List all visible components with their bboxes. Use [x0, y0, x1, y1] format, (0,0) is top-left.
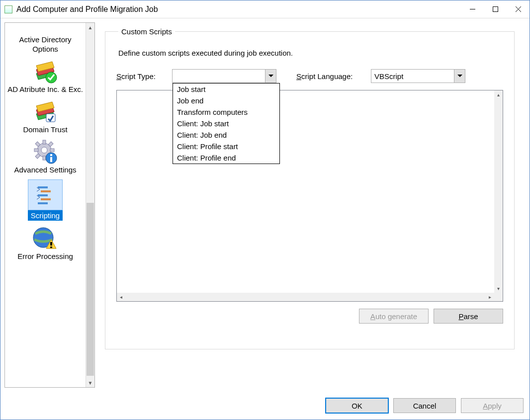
- svg-rect-26: [50, 247, 52, 248]
- sidebar-label: Domain Trust: [21, 125, 69, 134]
- maximize-icon: [493, 6, 498, 12]
- auto-generate-button: Auto generate: [359, 309, 429, 324]
- script-type-label: Script Type:: [116, 72, 172, 81]
- apply-button: Apply: [461, 398, 524, 413]
- sidebar-item-scripting[interactable]: Scripting: [5, 177, 86, 224]
- sidebar-list: Active Directory Options: [5, 23, 86, 387]
- dropdown-option[interactable]: Transform computers: [173, 106, 279, 118]
- group-legend: Custom Scripts: [118, 27, 175, 36]
- sidebar-item-error-processing[interactable]: Error Processing: [5, 224, 86, 264]
- svg-rect-0: [493, 7, 498, 12]
- svg-rect-21: [38, 194, 48, 196]
- svg-rect-8: [43, 156, 46, 160]
- scroll-down-icon[interactable]: ▾: [494, 284, 503, 293]
- dropdown-option[interactable]: Client: Profile end: [173, 152, 279, 164]
- scroll-up-icon[interactable]: ▲: [86, 23, 94, 32]
- parse-button[interactable]: Parse: [434, 309, 503, 324]
- sidebar-label: AD Atribute Inc. & Exc.: [5, 84, 85, 94]
- scroll-up-icon[interactable]: ▴: [494, 90, 503, 99]
- books-check-icon: [31, 59, 59, 84]
- sidebar-label: Advanced Settings: [12, 165, 78, 174]
- sidebar-item-ad-attribute[interactable]: AD Atribute Inc. & Exc.: [5, 57, 86, 97]
- gear-info-icon: [31, 139, 59, 165]
- sidebar-label: Scripting: [28, 210, 63, 221]
- script-language-combo[interactable]: VBScript: [371, 69, 465, 83]
- titlebar[interactable]: Add Computer and Profile Migration Job: [0, 0, 530, 18]
- textarea-hscrollbar[interactable]: ◂ ▸: [117, 293, 494, 301]
- custom-scripts-group: Custom Scripts Define custom scripts exe…: [105, 27, 515, 349]
- ad-options-icon: [31, 25, 59, 35]
- svg-point-15: [41, 147, 47, 153]
- dropdown-option[interactable]: Client: Profile start: [173, 141, 279, 152]
- svg-rect-9: [34, 149, 38, 152]
- script-language-value: VBScript: [371, 72, 454, 81]
- svg-rect-22: [41, 198, 51, 200]
- close-icon: [516, 6, 521, 12]
- svg-rect-19: [38, 186, 48, 188]
- scroll-thumb[interactable]: [87, 203, 94, 376]
- script-type-combo[interactable]: Job start Job end Transform computers Cl…: [172, 69, 276, 83]
- svg-rect-10: [50, 149, 54, 152]
- scroll-right-icon[interactable]: ▸: [486, 293, 494, 301]
- ok-button[interactable]: OK: [326, 398, 388, 413]
- close-button[interactable]: [507, 2, 530, 17]
- dialog-button-bar: OK Cancel Apply: [0, 392, 530, 420]
- textarea-vscrollbar[interactable]: ▴ ▾: [494, 90, 503, 293]
- globe-warning-icon: [31, 226, 59, 252]
- books-shield-icon: [31, 99, 59, 125]
- svg-rect-23: [38, 202, 48, 204]
- scroll-down-icon[interactable]: ▼: [86, 378, 94, 387]
- dropdown-option[interactable]: Client: Job start: [173, 118, 279, 129]
- svg-rect-7: [43, 140, 46, 144]
- window-title: Add Computer and Profile Migration Job: [16, 5, 158, 14]
- sidebar-item-domain-trust[interactable]: Domain Trust: [5, 97, 86, 137]
- sidebar-item-ad-options[interactable]: Active Directory Options: [5, 23, 86, 57]
- dropdown-option[interactable]: Job start: [173, 84, 279, 95]
- cancel-button[interactable]: Cancel: [393, 398, 456, 413]
- sidebar-item-advanced-settings[interactable]: Advanced Settings: [5, 137, 86, 177]
- sidebar-label: Active Directory Options: [5, 35, 86, 54]
- dropdown-option[interactable]: Client: Job end: [173, 129, 279, 141]
- sidebar-label: Error Processing: [15, 252, 75, 261]
- maximize-button[interactable]: [484, 2, 507, 17]
- minimize-button[interactable]: [461, 2, 484, 17]
- scroll-left-icon[interactable]: ◂: [117, 293, 125, 301]
- chevron-down-icon[interactable]: [454, 70, 465, 83]
- group-description: Define custom scripts executed during jo…: [118, 49, 503, 57]
- script-language-label: Script Language:: [296, 72, 371, 81]
- svg-rect-18: [50, 157, 52, 162]
- dropdown-option[interactable]: Job end: [173, 95, 279, 106]
- sidebar-scrollbar[interactable]: ▲ ▼: [86, 23, 94, 387]
- app-icon: [4, 5, 12, 13]
- sidebar: Active Directory Options: [4, 22, 95, 388]
- script-icon: [28, 179, 63, 210]
- chevron-down-icon[interactable]: [265, 70, 276, 83]
- svg-rect-25: [50, 242, 52, 246]
- window-frame: Add Computer and Profile Migration Job: [0, 0, 530, 420]
- minimize-icon: [470, 6, 475, 12]
- svg-rect-17: [50, 154, 52, 156]
- scroll-corner: [494, 293, 503, 301]
- svg-rect-20: [41, 190, 51, 192]
- script-type-dropdown: Job start Job end Transform computers Cl…: [173, 83, 280, 164]
